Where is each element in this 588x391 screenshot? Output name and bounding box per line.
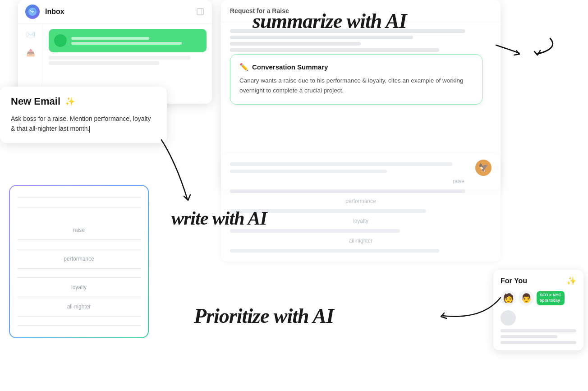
for-you-wand-icon[interactable]: ✨ (566, 276, 576, 286)
mid-line (230, 229, 400, 233)
new-email-title: New Email (11, 96, 60, 107)
compose-line (17, 325, 141, 326)
new-email-body[interactable]: Ask boss for a raise. Mention performanc… (11, 114, 156, 134)
text-cursor (89, 126, 90, 133)
email-line (71, 42, 182, 45)
for-you-header: For You ✨ (501, 276, 576, 286)
for-you-line (501, 329, 576, 332)
flight-badge: SFO > NYC 5pm today (537, 291, 565, 305)
new-email-header: New Email ✨ (11, 96, 156, 107)
mid-keyword-performance: performance (230, 197, 492, 206)
compose-line (17, 198, 141, 198)
flight-route: SFO > NYC (540, 293, 561, 298)
compose-line (17, 249, 141, 249)
for-you-title: For You (501, 277, 527, 285)
email-line-ghost (49, 56, 191, 60)
avatar-2: 👨 (519, 290, 534, 306)
email-line-ghost (49, 61, 159, 65)
mid-line (230, 170, 387, 173)
mid-keyword-allnighter: all-nighter (230, 236, 492, 245)
email-item-selected[interactable] (49, 29, 207, 52)
for-you-dot (501, 310, 516, 326)
thread-line (230, 36, 413, 39)
compose-preview-panel: raise performance loyalty all-nighter (9, 185, 149, 338)
svg-rect-1 (197, 9, 203, 15)
prioritize-with-ai-label: Prioritize with AI (194, 304, 334, 328)
avatar (54, 34, 67, 47)
for-you-line (501, 341, 576, 344)
thread-line (230, 42, 361, 46)
svg-point-0 (33, 9, 36, 12)
mid-line (230, 162, 452, 166)
app-logo (25, 5, 40, 19)
avatar-1: 🧑 (501, 290, 516, 306)
summary-text: Canary wants a raise due to his performa… (239, 76, 473, 96)
mid-keyword-raise: raise (230, 177, 492, 186)
mid-line (230, 249, 439, 253)
keyword-raise: raise (17, 225, 141, 235)
email-preview (71, 37, 201, 45)
summarize-with-ai-label: summarize with AI (253, 9, 407, 33)
keyword-loyalty: loyalty (17, 282, 141, 292)
summary-title: Conversation Summary (252, 63, 328, 71)
avatar-circle: 🦅 (475, 160, 492, 176)
compose-line (17, 277, 141, 278)
write-with-ai-label: write with AI (171, 207, 267, 229)
sent-icon[interactable]: 📤 (25, 47, 36, 58)
mid-keyword-loyalty: loyalty (230, 216, 492, 225)
compose-icon[interactable] (196, 7, 205, 16)
compose-line (17, 239, 141, 240)
for-you-panel: For You ✨ 🧑 👨 SFO > NYC 5pm today (493, 270, 583, 350)
inbox-icon[interactable]: ✉️ (25, 29, 36, 40)
ai-wand-icon[interactable]: ✨ (65, 97, 75, 106)
email-line (71, 37, 149, 40)
summary-header: ✏️ Conversation Summary (239, 63, 473, 71)
for-you-line (501, 335, 557, 338)
keyword-performance: performance (17, 254, 141, 264)
for-you-lines (501, 329, 576, 344)
keyword-allnighter: all-nighter (17, 302, 141, 312)
inbox-title: Inbox (45, 8, 190, 16)
compose-text: Ask boss for a raise. Mention performanc… (11, 115, 151, 132)
compose-line (17, 316, 141, 317)
compose-line (17, 268, 141, 269)
summary-edit-icon: ✏️ (239, 63, 248, 71)
for-you-avatars: 🧑 👨 SFO > NYC 5pm today (501, 290, 576, 306)
flight-time: 5pm today (540, 298, 561, 304)
email-header: Inbox (18, 0, 212, 24)
new-email-box: New Email ✨ Ask boss for a raise. Mentio… (0, 87, 167, 143)
thread-line (230, 48, 439, 52)
compose-line (17, 297, 141, 297)
mid-line (230, 189, 465, 193)
summary-card: ✏️ Conversation Summary Canary wants a r… (230, 54, 482, 105)
mid-compose-lines: raise performance loyalty all-nighter (230, 162, 492, 253)
compose-preview-inner: raise performance loyalty all-nighter (10, 186, 148, 337)
email-list (43, 23, 212, 72)
compose-line (17, 207, 141, 207)
